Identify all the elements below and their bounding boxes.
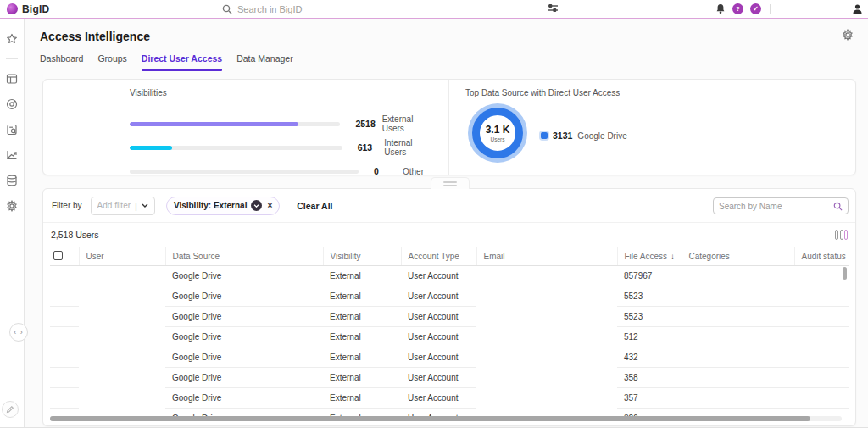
column-header-categories[interactable]: Categories <box>682 247 794 266</box>
cell-email <box>476 368 617 388</box>
column-header-visibility[interactable]: Visibility <box>323 247 401 266</box>
cell-user <box>79 307 165 327</box>
cell-file-access: 5523 <box>617 307 682 327</box>
row-select-cell <box>50 327 79 347</box>
cell-data-source: Google Drive <box>165 388 323 409</box>
drawer-handle[interactable] <box>431 177 470 189</box>
sliders-icon[interactable] <box>547 3 559 14</box>
cell-user <box>79 347 165 368</box>
top-data-source-panel: Top Data Source with Direct User Access … <box>448 80 855 175</box>
cell-visibility: External <box>323 347 401 368</box>
cell-categories <box>682 368 794 388</box>
visibilities-panel: Visibilities 2518External Users613Intern… <box>43 80 448 175</box>
column-header-data-source[interactable]: Data Source <box>165 247 323 266</box>
column-header-audit-status[interactable]: Audit status <box>794 247 849 266</box>
row-select-cell <box>50 368 79 388</box>
global-search-placeholder: Search in BigID <box>237 4 302 14</box>
name-search-input[interactable] <box>719 202 833 211</box>
cell-email <box>476 266 617 286</box>
search-icon <box>833 202 843 211</box>
page-settings-gear-icon[interactable] <box>842 29 854 41</box>
cell-account-type: User Account <box>401 286 476 307</box>
favorites-star-icon[interactable] <box>6 33 18 45</box>
cell-data-source: Google Drive <box>165 286 323 307</box>
column-header-file-access[interactable]: File Access↓ <box>617 247 682 266</box>
row-select-cell <box>50 286 79 307</box>
table-body: Google DriveExternalUser Account857967Go… <box>50 266 849 422</box>
filter-chip-caret-icon[interactable] <box>251 200 262 211</box>
column-header-email[interactable]: Email <box>476 247 617 266</box>
cell-visibility: External <box>323 307 401 327</box>
filter-chip-close-icon[interactable]: × <box>267 201 272 210</box>
feedback-pencil-icon[interactable] <box>2 401 19 418</box>
visibilities-bars: 2518External Users613Internal Users0Othe… <box>130 112 433 183</box>
bigid-app: { "topbar": { "brand": "BigID", "search_… <box>0 0 868 428</box>
filter-bar: Filter by Add filter | Visibility: Exter… <box>43 189 855 223</box>
table-row[interactable]: Google DriveExternalUser Account432 <box>50 347 849 368</box>
donut-label: Users <box>491 136 505 142</box>
data-sources-database-icon[interactable] <box>6 175 18 186</box>
discovery-doc-search-icon[interactable] <box>6 124 18 136</box>
filter-chip-visibility-external[interactable]: Visibility: External × <box>166 197 280 215</box>
notifications-bell-icon[interactable] <box>715 3 726 14</box>
add-filter-placeholder: Add filter <box>97 201 131 210</box>
table-row[interactable]: Google DriveExternalUser Account512 <box>50 327 849 347</box>
cell-visibility: External <box>323 286 401 307</box>
column-header-account-type[interactable]: Account Type <box>401 247 476 266</box>
cell-account-type: User Account <box>401 388 476 409</box>
sidebar-divider <box>6 58 18 59</box>
tab-data-manager[interactable]: Data Manager <box>236 53 293 71</box>
column-header-user[interactable]: User <box>79 247 165 266</box>
cell-visibility: External <box>323 388 401 409</box>
cell-email <box>476 327 617 347</box>
row-select-cell <box>50 266 79 286</box>
row-select-cell <box>50 388 79 409</box>
count-row: 2,518 Users <box>43 223 855 247</box>
classification-gauge-icon[interactable] <box>6 98 18 110</box>
bigid-logo-icon <box>7 3 18 14</box>
dashboard-icon[interactable] <box>6 73 18 85</box>
select-all-checkbox[interactable] <box>53 251 63 260</box>
row-select-cell <box>50 347 79 368</box>
user-account-icon[interactable] <box>852 3 863 14</box>
table-row[interactable]: Google DriveExternalUser Account857967 <box>50 266 849 286</box>
table-row[interactable]: Google DriveExternalUser Account5523 <box>50 286 849 307</box>
select-all-header[interactable] <box>50 247 79 266</box>
cell-user <box>79 266 165 286</box>
settings-gear-icon[interactable] <box>6 200 18 212</box>
bar-value: 2518 <box>355 119 381 129</box>
vertical-scrollbar-thumb[interactable] <box>843 267 847 280</box>
table-row[interactable]: Google DriveExternalUser Account358 <box>50 368 849 388</box>
legend-value: 3131 <box>553 131 572 141</box>
topbar-actions: ? ✓ <box>715 0 863 18</box>
cell-data-source: Google Drive <box>165 347 323 368</box>
topbar: BigID Search in BigID ? ✓ <box>0 0 868 19</box>
clear-all-button[interactable]: Clear All <box>297 201 332 211</box>
bar-value: 613 <box>358 142 385 153</box>
cell-categories <box>682 307 794 327</box>
sidebar-collapse-button[interactable]: ‹ › <box>9 323 28 342</box>
user-count: 2,518 Users <box>51 230 99 240</box>
table-row[interactable]: Google DriveExternalUser Account5523 <box>50 307 849 327</box>
table-header-row: UserData SourceVisibilityAccount TypeEma… <box>50 247 849 266</box>
horizontal-scrollbar[interactable] <box>50 416 842 421</box>
name-search-field[interactable] <box>713 197 849 214</box>
global-search[interactable]: Search in BigID <box>222 0 302 18</box>
trends-chart-icon[interactable] <box>6 149 18 161</box>
tab-dashboard[interactable]: Dashboard <box>40 53 83 71</box>
tab-direct-user-access[interactable]: Direct User Access <box>142 53 222 71</box>
cell-account-type: User Account <box>401 307 476 327</box>
tasks-check-icon[interactable]: ✓ <box>750 3 761 14</box>
cell-audit-status <box>794 307 849 327</box>
cell-account-type: User Account <box>401 266 476 286</box>
brand[interactable]: BigID <box>0 3 49 15</box>
cell-data-source: Google Drive <box>165 327 323 347</box>
table-row[interactable]: Google DriveExternalUser Account357 <box>50 388 849 409</box>
help-icon[interactable]: ? <box>732 3 743 14</box>
tab-groups[interactable]: Groups <box>97 53 126 71</box>
column-chooser-icon[interactable] <box>835 230 848 240</box>
tab-bar: DashboardGroupsDirect User AccessData Ma… <box>40 53 293 71</box>
horizontal-scrollbar-thumb[interactable] <box>50 416 810 421</box>
add-filter-dropdown[interactable]: Add filter | <box>91 197 155 215</box>
cell-file-access: 357 <box>617 388 682 409</box>
